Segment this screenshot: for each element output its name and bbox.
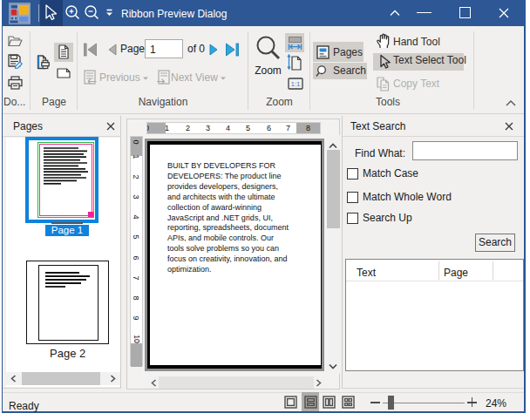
svg-text:1:1: 1:1 <box>290 80 301 88</box>
